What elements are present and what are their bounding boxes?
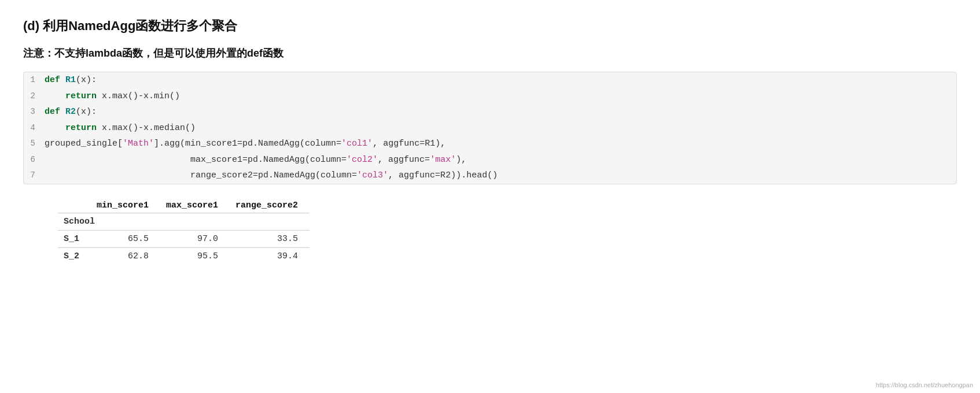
table-row: S_262.895.539.4 <box>58 247 310 265</box>
code-token: return <box>65 123 97 133</box>
row-value: 95.5 <box>160 247 230 265</box>
line-number: 1 <box>24 73 45 87</box>
code-token: , aggfunc= <box>378 155 430 165</box>
code-token: x.max()-x.min() <box>97 91 180 101</box>
code-token: max_score1=pd.NamedAgg(column= <box>45 155 347 165</box>
code-token: def <box>45 75 65 85</box>
result-section: min_score1max_score1range_score2 SchoolS… <box>23 198 957 265</box>
code-token: 'max' <box>430 155 456 165</box>
code-token: return <box>65 91 97 101</box>
section-title: (d) 利用NamedAgg函数进行多个聚合 <box>23 17 957 35</box>
row-value: 39.4 <box>230 247 310 265</box>
code-line: 3def R2(x): <box>24 104 956 120</box>
table-col-empty <box>58 198 91 213</box>
row-value: 65.5 <box>91 230 160 247</box>
line-number: 6 <box>24 153 45 167</box>
code-token: 'col3' <box>357 170 388 180</box>
code-token: x.max()-x.median() <box>97 123 196 133</box>
line-content: grouped_single['Math'].agg(min_score1=pd… <box>45 136 956 151</box>
line-content: range_score2=pd.NamedAgg(column='col3', … <box>45 168 956 183</box>
note: 注意：不支持lambda函数，但是可以使用外置的def函数 <box>23 46 957 60</box>
table-row: S_165.597.033.5 <box>58 230 310 247</box>
code-token: (x): <box>76 75 97 85</box>
code-token: 'col1' <box>341 139 373 149</box>
table-col-header: max_score1 <box>160 198 230 213</box>
table-col-header: min_score1 <box>91 198 160 213</box>
line-number: 4 <box>24 121 45 135</box>
code-token: def <box>45 107 65 117</box>
line-number: 2 <box>24 90 45 103</box>
row-school: S_1 <box>58 230 91 247</box>
code-line: 5grouped_single['Math'].agg(min_score1=p… <box>24 136 956 152</box>
code-token: R2 <box>65 107 76 117</box>
code-line: 1def R1(x): <box>24 72 956 88</box>
row-value: 33.5 <box>230 230 310 247</box>
code-line: 4 return x.max()-x.median() <box>24 120 956 136</box>
code-token: (x): <box>76 107 97 117</box>
code-block: 1def R1(x):2 return x.max()-x.min()3def … <box>23 72 957 184</box>
code-token: ), <box>456 155 466 165</box>
code-line: 6 max_score1=pd.NamedAgg(column='col2', … <box>24 152 956 168</box>
row-school: S_2 <box>58 247 91 265</box>
line-content: def R1(x): <box>45 73 956 88</box>
row-value: 97.0 <box>160 230 230 247</box>
code-token: grouped_single[ <box>45 139 123 149</box>
line-number: 3 <box>24 105 45 119</box>
school-label: School <box>58 213 310 230</box>
line-content: return x.max()-x.min() <box>45 89 956 104</box>
code-token: , aggfunc=R1), <box>373 139 445 149</box>
code-token <box>45 91 65 101</box>
line-number: 7 <box>24 169 45 183</box>
table-col-header: range_score2 <box>230 198 310 213</box>
code-token: range_score2=pd.NamedAgg(column= <box>45 170 357 180</box>
code-token: , aggfunc=R2)).head() <box>388 170 498 180</box>
code-line: 2 return x.max()-x.min() <box>24 88 956 105</box>
line-content: def R2(x): <box>45 105 956 120</box>
code-token: 'col2' <box>347 155 378 165</box>
row-value: 62.8 <box>91 247 160 265</box>
line-content: return x.max()-x.median() <box>45 121 956 136</box>
code-token <box>45 123 65 133</box>
code-token: 'Math' <box>123 139 154 149</box>
code-token: ].agg(min_score1=pd.NamedAgg(column= <box>154 139 341 149</box>
result-table: min_score1max_score1range_score2 SchoolS… <box>58 198 310 265</box>
line-content: max_score1=pd.NamedAgg(column='col2', ag… <box>45 153 956 168</box>
code-token: R1 <box>65 75 76 85</box>
code-line: 7 range_score2=pd.NamedAgg(column='col3'… <box>24 168 956 184</box>
line-number: 5 <box>24 137 45 151</box>
